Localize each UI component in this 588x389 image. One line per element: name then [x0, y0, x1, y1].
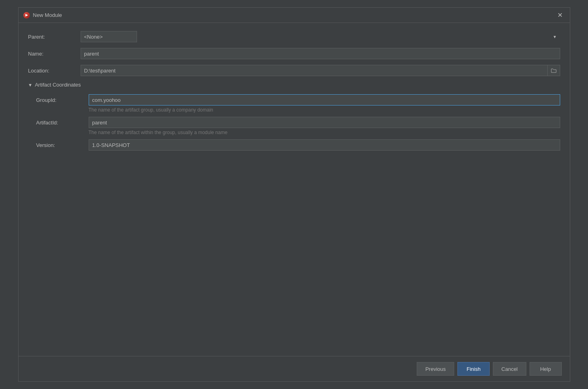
artifact-section-title: Artifact Coordinates — [35, 82, 81, 88]
previous-button[interactable]: Previous — [417, 362, 454, 376]
location-row: Location: — [28, 65, 560, 76]
version-label: Version: — [36, 142, 89, 148]
artifactid-input-wrapper — [89, 117, 560, 128]
close-button[interactable]: ✕ — [555, 11, 565, 19]
groupid-row: GroupId: — [36, 94, 560, 106]
help-button[interactable]: Help — [530, 362, 562, 376]
version-input[interactable] — [89, 139, 560, 151]
dialog-footer: Previous Finish Cancel Help — [19, 356, 570, 381]
version-input-wrapper — [89, 139, 560, 151]
new-module-dialog: ▶ New Module ✕ Parent: <None> ▼ Name: — [18, 7, 570, 382]
section-toggle-icon[interactable]: ▼ — [28, 83, 33, 87]
location-input[interactable] — [81, 65, 547, 76]
artifactid-input[interactable] — [89, 117, 560, 128]
title-bar: ▶ New Module ✕ — [19, 8, 570, 23]
artifact-subsection: GroupId: The name of the artifact group,… — [28, 94, 560, 151]
artifactid-label: ArtifactId: — [36, 120, 89, 126]
groupid-input-wrapper — [89, 94, 560, 106]
dialog-icon: ▶ — [23, 12, 30, 19]
dialog-title: New Module — [33, 12, 62, 18]
name-row: Name: — [28, 48, 560, 59]
artifact-section-header: ▼ Artifact Coordinates — [28, 82, 560, 88]
cancel-button[interactable]: Cancel — [493, 362, 526, 376]
name-input[interactable] — [81, 48, 560, 59]
parent-label: Parent: — [28, 34, 81, 40]
dropdown-arrow-icon: ▼ — [553, 35, 557, 39]
parent-dropdown-wrapper: <None> ▼ — [81, 31, 560, 42]
artifactid-hint: The name of the artifact within the grou… — [36, 130, 560, 135]
parent-dropdown[interactable]: <None> — [81, 31, 137, 42]
artifactid-row: ArtifactId: — [36, 117, 560, 128]
groupid-input[interactable] — [89, 94, 560, 106]
location-wrapper — [81, 65, 560, 76]
parent-row: Parent: <None> ▼ — [28, 31, 560, 42]
groupid-hint: The name of the artifact group, usually … — [36, 107, 560, 113]
finish-button[interactable]: Finish — [457, 362, 490, 376]
name-input-wrapper — [81, 48, 560, 59]
location-label: Location: — [28, 68, 81, 74]
groupid-label: GroupId: — [36, 97, 89, 103]
title-bar-left: ▶ New Module — [23, 12, 62, 19]
dialog-content: Parent: <None> ▼ Name: Location: — [19, 23, 570, 356]
name-label: Name: — [28, 51, 81, 57]
version-row: Version: — [36, 139, 560, 151]
folder-icon — [551, 68, 557, 73]
folder-browse-button[interactable] — [547, 65, 560, 76]
